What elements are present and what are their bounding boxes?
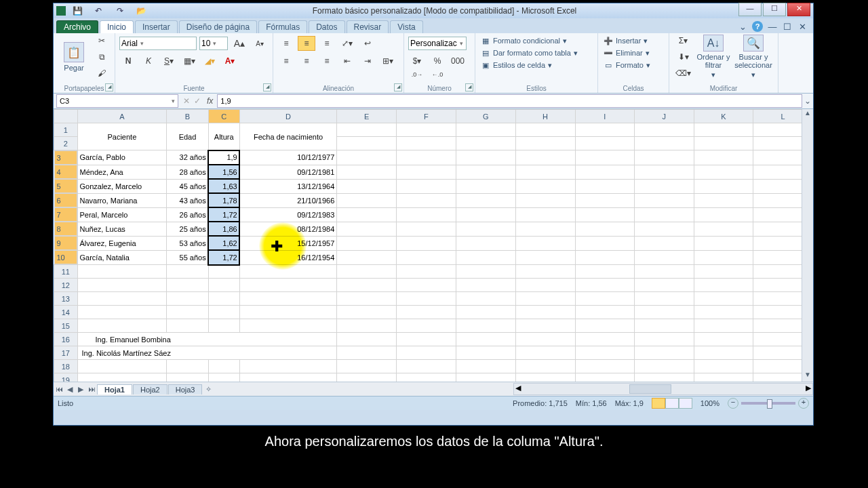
sheet-nav-first-icon[interactable]: ⏮ xyxy=(54,385,64,393)
clear-icon[interactable]: ⌫▾ xyxy=(673,66,693,81)
wrap-text-icon[interactable]: ↩ xyxy=(359,36,376,51)
format-cells-button[interactable]: ▭Formato ▾ xyxy=(602,59,665,71)
zoom-level[interactable]: 100% xyxy=(701,399,719,407)
cell-selected[interactable]: 1,63 xyxy=(208,179,239,193)
select-all-corner[interactable] xyxy=(54,110,78,123)
col-header-K[interactable]: K xyxy=(694,110,753,123)
row-header[interactable]: 16 xyxy=(54,333,78,346)
col-header-F[interactable]: F xyxy=(397,110,456,123)
help-icon[interactable]: ? xyxy=(752,21,763,32)
find-select-button[interactable]: 🔍Buscar y seleccionar▾ xyxy=(734,35,773,79)
col-header-C[interactable]: C xyxy=(208,110,239,123)
col-header-H[interactable]: H xyxy=(515,110,575,123)
col-header-A[interactable]: A xyxy=(77,110,167,123)
underline-button[interactable]: S▾ xyxy=(160,54,178,68)
conditional-formatting-button[interactable]: ▦Formato condicional ▾ xyxy=(479,35,593,47)
increase-decimal-icon[interactable]: .0→ xyxy=(408,67,426,82)
sheet-nav-next-icon[interactable]: ▶ xyxy=(75,385,86,394)
cell[interactable]: Ing. Emanuel Bombina xyxy=(77,333,337,346)
tab-formulas[interactable]: Fórmulas xyxy=(258,20,307,33)
cell[interactable]: 08/12/1984 xyxy=(239,222,337,236)
sheet-tab-hoja3[interactable]: Hoja3 xyxy=(168,384,203,394)
cell[interactable]: 13/12/1964 xyxy=(239,179,337,193)
format-painter-icon[interactable]: 🖌 xyxy=(93,66,111,81)
cell[interactable]: Fecha de nacimiento xyxy=(239,123,337,150)
cell[interactable]: 09/12/1981 xyxy=(239,165,337,179)
cell[interactable]: Gonzalez, Marcelo xyxy=(77,179,167,193)
row-header[interactable]: 9 xyxy=(54,236,77,250)
cell-selected[interactable]: 1,86 xyxy=(208,222,239,236)
zoom-out-button[interactable]: − xyxy=(728,398,738,409)
cell[interactable]: 28 años xyxy=(167,165,208,179)
col-header-B[interactable]: B xyxy=(167,110,208,123)
autosum-icon[interactable]: Σ▾ xyxy=(673,33,693,48)
cell[interactable]: 15/12/1957 xyxy=(239,236,337,250)
tab-review[interactable]: Revisar xyxy=(347,20,389,33)
row-header[interactable]: 5 xyxy=(54,179,77,193)
cell[interactable]: Nuñez, Lucas xyxy=(77,222,167,236)
alignment-dialog-launcher[interactable]: ◢ xyxy=(394,83,402,92)
cancel-formula-icon[interactable]: ✕ xyxy=(183,96,190,106)
cell[interactable]: 10/12/1977 xyxy=(239,150,337,165)
cell[interactable]: Ing. Nicolás Martínez Sáez xyxy=(77,346,337,360)
font-size-select[interactable]: 10▾ xyxy=(199,37,228,50)
cell[interactable]: Álvarez, Eugenia xyxy=(77,236,167,250)
cell[interactable]: García, Pablo xyxy=(77,150,167,165)
row-header[interactable]: 3 xyxy=(54,150,77,165)
col-header-J[interactable]: J xyxy=(634,110,694,123)
minimize-ribbon-icon[interactable]: ⌄ xyxy=(737,21,748,32)
row-header[interactable]: 4 xyxy=(54,165,77,179)
shrink-font-icon[interactable]: A▾ xyxy=(251,36,269,51)
cell[interactable]: Méndez, Ana xyxy=(77,165,167,179)
maximize-button[interactable]: ☐ xyxy=(763,3,786,16)
align-top-icon[interactable]: ≡ xyxy=(277,36,295,51)
cell[interactable]: 55 años xyxy=(167,250,208,265)
cell-selected[interactable]: 1,62 xyxy=(208,236,239,250)
cell-active[interactable]: 1,9 xyxy=(208,150,239,165)
worksheet-grid[interactable]: A B C D E F G H I J K L 1PacienteEdadAlt… xyxy=(54,109,813,382)
align-bottom-icon[interactable]: ≡ xyxy=(318,36,336,51)
align-center-icon[interactable]: ≡ xyxy=(298,54,315,68)
tab-page-layout[interactable]: Diseño de página xyxy=(179,20,257,33)
align-left-icon[interactable]: ≡ xyxy=(277,54,295,68)
row-header[interactable]: 7 xyxy=(54,207,77,222)
view-page-layout-button[interactable] xyxy=(665,398,679,409)
cell[interactable]: 32 años xyxy=(167,150,208,165)
font-color-button[interactable]: A▾ xyxy=(221,54,239,68)
cell[interactable]: 26 años xyxy=(167,207,208,222)
copy-icon[interactable]: ⧉ xyxy=(93,49,111,64)
cell[interactable]: 25 años xyxy=(167,222,208,236)
insert-cells-button[interactable]: ➕Insertar ▾ xyxy=(602,35,665,47)
cell-styles-button[interactable]: ▣Estilos de celda ▾ xyxy=(479,59,593,71)
delete-cells-button[interactable]: ➖Eliminar ▾ xyxy=(602,47,665,59)
align-right-icon[interactable]: ≡ xyxy=(318,54,336,68)
new-sheet-icon[interactable]: ✧ xyxy=(203,385,214,394)
cell[interactable]: Altura xyxy=(208,123,239,150)
zoom-in-button[interactable]: + xyxy=(798,398,809,409)
cell[interactable]: Edad xyxy=(167,123,208,150)
confirm-formula-icon[interactable]: ✓ xyxy=(194,96,201,106)
col-header-G[interactable]: G xyxy=(456,110,515,123)
comma-style-icon[interactable]: 000 xyxy=(449,54,467,68)
row-header[interactable]: 1 xyxy=(54,123,78,137)
row-header[interactable]: 11 xyxy=(54,265,78,279)
tab-file[interactable]: Archivo xyxy=(56,20,98,33)
row-header[interactable]: 14 xyxy=(54,306,78,319)
row-header[interactable]: 18 xyxy=(54,360,78,373)
close-button[interactable]: ✕ xyxy=(787,3,810,16)
decrease-decimal-icon[interactable]: ←.0 xyxy=(429,67,446,82)
row-header[interactable]: 13 xyxy=(54,292,78,306)
font-name-select[interactable]: Arial▾ xyxy=(119,37,197,50)
increase-indent-icon[interactable]: ⇥ xyxy=(359,54,376,68)
grow-font-icon[interactable]: A▴ xyxy=(231,36,248,51)
currency-icon[interactable]: $▾ xyxy=(408,54,426,68)
row-header[interactable]: 12 xyxy=(54,279,78,292)
col-header-D[interactable]: D xyxy=(239,110,337,123)
tab-data[interactable]: Datos xyxy=(309,20,344,33)
row-header[interactable]: 6 xyxy=(54,193,77,207)
cell[interactable]: 16/12/1954 xyxy=(239,250,337,265)
doc-restore-icon[interactable]: ☐ xyxy=(782,21,793,32)
doc-minimize-icon[interactable]: — xyxy=(767,21,778,32)
cell[interactable]: Paciente xyxy=(77,123,167,150)
fill-color-button[interactable]: ◢▾ xyxy=(201,54,218,68)
